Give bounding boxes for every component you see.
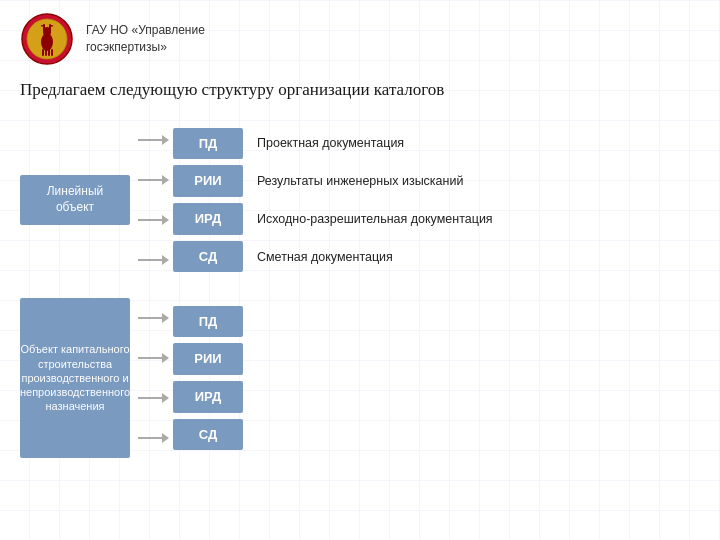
svg-rect-10 — [48, 49, 50, 56]
section2-connector — [134, 298, 169, 458]
section2-row: Объект капитального строительства произв… — [20, 298, 700, 458]
section2-mid-box-0: ПД — [173, 306, 243, 338]
s2-arrow1 — [138, 313, 169, 323]
svg-rect-7 — [49, 25, 53, 27]
page-container: ГАУ НО «Управление госэкпертизы» Предлаг… — [0, 0, 720, 468]
section1-mid-box-1: РИИ — [173, 165, 243, 197]
section1-desc-0: Проектная документация — [257, 127, 493, 159]
s2-arrow3 — [138, 393, 169, 403]
header-text: ГАУ НО «Управление госэкпертизы» — [86, 22, 205, 56]
section1-left-box: Линейный объект — [20, 175, 130, 225]
section2-left-box: Объект капитального строительства произв… — [20, 298, 130, 458]
content: Линейный объект — [20, 120, 700, 458]
section2-mid-col: ПД РИИ ИРД СД — [173, 306, 243, 450]
header: ГАУ НО «Управление госэкпертизы» — [20, 12, 700, 66]
org-name-line1: ГАУ НО «Управление — [86, 22, 205, 39]
section2-mid-box-3: СД — [173, 419, 243, 451]
section1-arrow-group — [138, 120, 169, 280]
section1-desc-2: Исходно-разрешительная документация — [257, 203, 493, 235]
section1-row: Линейный объект — [20, 120, 700, 280]
org-name-line2: госэкпертизы» — [86, 39, 205, 56]
page-title: Предлагаем следующую структуру организац… — [20, 80, 700, 100]
arrow2 — [138, 175, 169, 185]
svg-rect-11 — [51, 49, 53, 56]
section1-desc-3: Сметная документация — [257, 241, 493, 273]
section2-horiz-arrows — [138, 298, 169, 458]
s2-arrow2 — [138, 353, 169, 363]
section1-mid-box-0: ПД — [173, 128, 243, 160]
svg-rect-9 — [45, 49, 47, 56]
section1-connector — [134, 120, 169, 280]
logo-emblem — [20, 12, 74, 66]
section2-arrow-group — [138, 298, 169, 458]
section1-mid-box-3: СД — [173, 241, 243, 273]
section1-mid-col: ПД РИИ ИРД СД — [173, 128, 243, 272]
arrow1 — [138, 135, 169, 145]
arrow3 — [138, 215, 169, 225]
section1-horiz-arrows — [138, 120, 169, 280]
section2-mid-box-1: РИИ — [173, 343, 243, 375]
arrow4 — [138, 255, 169, 265]
section1-desc-col: Проектная документация Результаты инжене… — [243, 127, 493, 273]
section2-mid-box-2: ИРД — [173, 381, 243, 413]
svg-rect-6 — [41, 25, 45, 27]
section1-desc-1: Результаты инженерных изысканий — [257, 165, 493, 197]
section1-mid-box-2: ИРД — [173, 203, 243, 235]
s2-arrow4 — [138, 433, 169, 443]
svg-rect-8 — [42, 49, 44, 56]
